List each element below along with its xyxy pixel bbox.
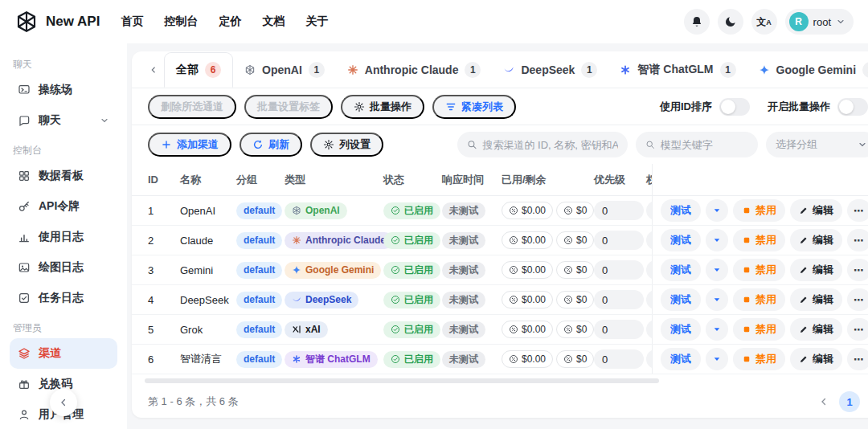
- disable-button[interactable]: 禁用: [733, 259, 785, 281]
- channel-search-input[interactable]: [482, 139, 617, 151]
- test-button[interactable]: 测试: [661, 288, 701, 311]
- nav-docs[interactable]: 文档: [262, 14, 285, 29]
- test-button[interactable]: 测试: [661, 229, 701, 251]
- tab-anthropic-claude[interactable]: Anthropic Claude 1: [336, 54, 493, 86]
- weight-input[interactable]: 0: [646, 231, 652, 250]
- priority-input[interactable]: 0: [594, 320, 644, 339]
- sidebar-item-channels[interactable]: 渠道: [10, 338, 117, 369]
- edit-button[interactable]: 编辑: [790, 199, 842, 222]
- more-actions-button[interactable]: ⋯: [847, 348, 868, 370]
- sidebar-item-chat[interactable]: 聊天: [10, 105, 117, 136]
- test-dropdown-button[interactable]: [706, 318, 728, 341]
- group-select[interactable]: 选择分组: [766, 132, 868, 157]
- test-dropdown-button[interactable]: [706, 229, 728, 251]
- compact-list-button[interactable]: 紧凑列表: [432, 95, 516, 119]
- status-badge[interactable]: 已启用: [383, 351, 440, 368]
- response-time-badge[interactable]: 未测试: [442, 292, 485, 308]
- disable-button[interactable]: 禁用: [733, 229, 785, 251]
- sidebar-item-usage-logs[interactable]: 使用日志: [10, 222, 117, 252]
- status-badge[interactable]: 已启用: [383, 262, 440, 279]
- sidebar-collapse-button[interactable]: [50, 389, 77, 416]
- status-badge[interactable]: 已启用: [383, 232, 440, 249]
- toggle-sort-by-id[interactable]: 使用ID排序: [660, 98, 750, 116]
- tab-zhipu-chatglm[interactable]: 智谱 ChatGLM 1: [608, 54, 747, 86]
- more-actions-button[interactable]: ⋯: [847, 259, 868, 281]
- weight-input[interactable]: 0: [646, 201, 652, 220]
- notification-button[interactable]: [684, 9, 710, 35]
- tab-all[interactable]: 全部 6: [164, 52, 233, 88]
- tabs-scroll-left[interactable]: [143, 65, 164, 75]
- test-dropdown-button[interactable]: [706, 288, 728, 311]
- nav-pricing[interactable]: 定价: [219, 14, 241, 29]
- edit-button[interactable]: 编辑: [790, 229, 842, 251]
- refresh-button[interactable]: 刷新: [240, 133, 302, 157]
- nav-about[interactable]: 关于: [305, 14, 328, 29]
- tab-openai[interactable]: OpenAI 1: [233, 54, 336, 86]
- test-button[interactable]: 测试: [661, 259, 701, 281]
- priority-input[interactable]: 0: [594, 290, 644, 309]
- test-button[interactable]: 测试: [661, 348, 701, 370]
- test-dropdown-button[interactable]: [706, 348, 728, 370]
- tab-deepseek[interactable]: DeepSeek 1: [492, 54, 608, 86]
- disable-button[interactable]: 禁用: [733, 199, 785, 222]
- group-badge[interactable]: default: [236, 232, 282, 249]
- response-time-badge[interactable]: 未测试: [442, 321, 485, 338]
- more-actions-button[interactable]: ⋯: [847, 288, 868, 311]
- group-badge[interactable]: default: [236, 292, 282, 308]
- sidebar-item-task-logs[interactable]: 任务日志: [10, 283, 117, 313]
- priority-input[interactable]: 0: [594, 260, 644, 280]
- language-button[interactable]: 文A: [751, 9, 777, 35]
- disable-button[interactable]: 禁用: [733, 318, 785, 341]
- sidebar-item-playground[interactable]: 操练场: [10, 75, 117, 105]
- batch-operations-button[interactable]: 批量操作: [341, 95, 424, 119]
- more-actions-button[interactable]: ⋯: [847, 229, 868, 251]
- group-badge[interactable]: default: [236, 202, 282, 219]
- response-time-badge[interactable]: 未测试: [442, 202, 485, 219]
- weight-input[interactable]: 0: [646, 320, 652, 339]
- test-button[interactable]: 测试: [661, 318, 701, 341]
- brand[interactable]: New API: [14, 10, 100, 34]
- status-badge[interactable]: 已启用: [383, 321, 440, 338]
- disable-button[interactable]: 禁用: [733, 288, 785, 311]
- more-actions-button[interactable]: ⋯: [847, 199, 868, 222]
- weight-input[interactable]: 0: [646, 290, 652, 309]
- prev-page-button[interactable]: [817, 396, 831, 407]
- disable-button[interactable]: 禁用: [733, 348, 785, 370]
- edit-button[interactable]: 编辑: [790, 348, 842, 370]
- priority-input[interactable]: 0: [594, 349, 644, 369]
- group-badge[interactable]: default: [236, 321, 282, 338]
- group-badge[interactable]: default: [236, 262, 282, 279]
- weight-input[interactable]: 0: [646, 260, 652, 280]
- batch-tag-button[interactable]: 批量设置标签: [244, 95, 333, 119]
- switch-off[interactable]: [719, 98, 750, 116]
- column-settings-button[interactable]: 列设置: [310, 133, 383, 157]
- nav-console[interactable]: 控制台: [164, 14, 198, 29]
- nav-home[interactable]: 首页: [121, 14, 143, 29]
- edit-button[interactable]: 编辑: [790, 288, 842, 311]
- edit-button[interactable]: 编辑: [790, 259, 842, 281]
- response-time-badge[interactable]: 未测试: [442, 232, 485, 249]
- test-dropdown-button[interactable]: [706, 259, 728, 281]
- model-keyword-input[interactable]: [661, 139, 748, 151]
- status-badge[interactable]: 已启用: [383, 292, 440, 308]
- sidebar-item-dashboard[interactable]: 数据看板: [10, 161, 117, 191]
- weight-input[interactable]: 0: [646, 349, 652, 369]
- page-number-button[interactable]: 1: [839, 391, 860, 412]
- user-menu[interactable]: R root: [785, 9, 854, 35]
- response-time-badge[interactable]: 未测试: [442, 351, 485, 368]
- priority-input[interactable]: 0: [594, 231, 644, 250]
- status-badge[interactable]: 已启用: [383, 202, 440, 219]
- toggle-enable-batch[interactable]: 开启批量操作: [768, 98, 868, 116]
- priority-input[interactable]: 0: [594, 201, 644, 220]
- tab-google-gemini[interactable]: Google Gemini 1: [747, 54, 868, 86]
- more-actions-button[interactable]: ⋯: [847, 318, 868, 341]
- edit-button[interactable]: 编辑: [790, 318, 842, 341]
- switch-off[interactable]: [837, 98, 868, 116]
- group-badge[interactable]: default: [236, 351, 282, 368]
- response-time-badge[interactable]: 未测试: [442, 262, 485, 279]
- test-button[interactable]: 测试: [661, 199, 701, 222]
- delete-selected-button[interactable]: 删除所选通道: [148, 95, 236, 119]
- add-channel-button[interactable]: 添加渠道: [148, 133, 231, 157]
- sidebar-item-api-tokens[interactable]: API令牌: [10, 191, 117, 222]
- sidebar-item-drawing-logs[interactable]: 绘图日志: [10, 252, 117, 283]
